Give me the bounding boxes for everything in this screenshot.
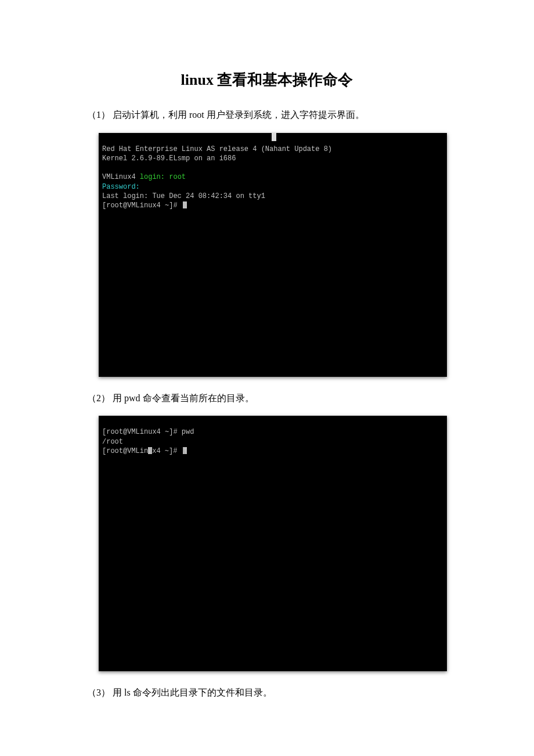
document-page: linux 查看和基本操作命令 （1） 启动计算机，利用 root 用户登录到系… <box>0 0 534 756</box>
step-1-text: （1） 启动计算机，利用 root 用户登录到系统，进入字符提示界面。 <box>87 107 447 123</box>
term1-prompt: [root@VMLinux4 ~]# <box>102 201 182 210</box>
cursor-icon <box>183 201 187 208</box>
term2-cmd1: pwd <box>182 428 194 436</box>
terminal-login-screenshot: Red Hat Enterprise Linux AS release 4 (N… <box>99 133 447 377</box>
term2-prompt1: [root@VMLinux4 ~]# <box>102 428 182 436</box>
cursor-icon <box>183 447 187 454</box>
term1-host: VMLinux4 <box>102 173 136 181</box>
term1-password-label: Password: <box>102 183 140 191</box>
step-2-text: （2） 用 pwd 命令查看当前所在的目录。 <box>87 391 447 406</box>
term2-prompt2b: x4 ~]# <box>152 447 181 455</box>
page-title: linux 查看和基本操作命令 <box>87 70 447 90</box>
terminal-pwd-screenshot: [root@VMLinux4 ~]# pwd /root [root@VMLin… <box>99 416 447 671</box>
step-3-text: （3） 用 ls 命令列出此目录下的文件和目录。 <box>87 685 447 700</box>
term1-login-label: login: <box>140 173 165 181</box>
content-area: linux 查看和基本操作命令 （1） 启动计算机，利用 root 用户登录到系… <box>87 70 447 700</box>
term2-out1: /root <box>102 438 123 446</box>
cursor-block-icon <box>272 133 276 141</box>
term1-line1: Red Hat Enterprise Linux AS release 4 (N… <box>102 145 332 153</box>
term1-line2: Kernel 2.6.9-89.ELsmp on an i686 <box>102 154 236 163</box>
term2-prompt2a: [root@VMLin <box>102 447 148 455</box>
term1-login-user: root <box>169 173 186 181</box>
term1-lastlogin: Last login: Tue Dec 24 08:42:34 on tty1 <box>102 192 265 200</box>
